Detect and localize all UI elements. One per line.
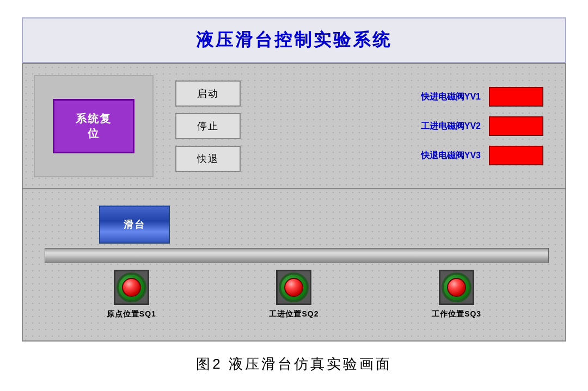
solenoid-label-yv3: 快退电磁阀YV3	[394, 150, 481, 162]
stop-button[interactable]: 停止	[175, 113, 241, 139]
slider-label: 滑台	[124, 218, 145, 231]
sensor-sq3: 工作位置SQ3	[432, 270, 481, 319]
slider-block: 滑台	[99, 206, 170, 244]
sensor-housing-sq1	[114, 270, 149, 305]
retract-button[interactable]: 快退	[175, 146, 241, 172]
top-panel: 系统复位 启动 停止 快退 快进电磁阀YV1 工进电磁阀YV2 快退电磁阀YV3	[22, 63, 566, 189]
sensor-housing-sq2	[276, 270, 311, 305]
sensor-label-sq2: 工进位置SQ2	[269, 309, 318, 319]
system-reset-button[interactable]: 系统复位	[53, 99, 134, 153]
solenoid-label-yv2: 工进电磁阀YV2	[394, 121, 481, 132]
slide-rail	[45, 248, 549, 263]
caption: 图2 液压滑台仿真实验画面	[22, 355, 566, 374]
sensors-row: 原点位置SQ1 工进位置SQ2	[34, 270, 554, 319]
start-button[interactable]: 启动	[175, 80, 241, 107]
control-buttons-group: 启动 停止 快退	[164, 75, 252, 177]
main-container: 液压滑台控制实验系统 系统复位 启动 停止 快退 快进电磁阀YV1 工进电磁阀Y…	[22, 17, 566, 374]
solenoid-row-yv3: 快退电磁阀YV3	[394, 146, 543, 165]
solenoid-indicator-yv2	[489, 116, 543, 136]
sensor-ring-sq2	[279, 272, 309, 302]
solenoid-label-yv1: 快进电磁阀YV1	[394, 91, 481, 103]
solenoid-row-yv1: 快进电磁阀YV1	[394, 87, 543, 107]
system-reset-box: 系统复位	[34, 75, 154, 177]
sensor-label-sq1: 原点位置SQ1	[107, 309, 156, 319]
slide-area: 滑台 原点位置SQ1	[34, 200, 554, 320]
sensor-label-sq3: 工作位置SQ3	[432, 309, 481, 319]
sensor-ring-sq3	[442, 272, 471, 302]
sensor-sq2: 工进位置SQ2	[269, 270, 318, 319]
sensor-light-sq2	[284, 278, 303, 297]
page-title: 液压滑台控制实验系统	[23, 28, 565, 52]
bottom-panel: 滑台 原点位置SQ1	[22, 189, 566, 342]
sensor-housing-sq3	[439, 270, 474, 305]
sensor-sq1: 原点位置SQ1	[107, 270, 156, 319]
solenoid-indicator-yv3	[489, 146, 543, 165]
sensor-light-sq1	[122, 278, 141, 297]
sensor-ring-sq1	[117, 272, 146, 302]
title-bar: 液压滑台控制实验系统	[22, 17, 566, 63]
solenoid-area: 快进电磁阀YV1 工进电磁阀YV2 快退电磁阀YV3	[383, 75, 554, 177]
solenoid-row-yv2: 工进电磁阀YV2	[394, 116, 543, 136]
sensor-light-sq3	[447, 278, 466, 297]
solenoid-indicator-yv1	[489, 87, 543, 107]
